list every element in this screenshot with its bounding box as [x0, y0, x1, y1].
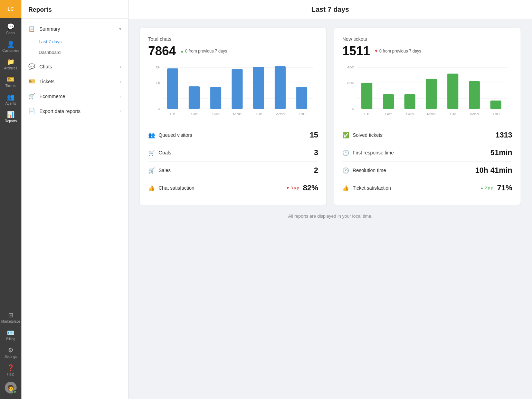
nav-item-tickets[interactable]: 🎫 Tickets — [0, 73, 21, 91]
nav-label-archives: Archives — [4, 66, 17, 70]
new-tickets-delta: ▼ 0 from previous 7 days — [374, 49, 421, 54]
summary-submenu: Last 7 days Dashboard — [21, 36, 128, 59]
nav-item-marketplace[interactable]: ⊞ Marketplace — [0, 308, 21, 326]
nav-item-settings[interactable]: ⚙ Settings — [0, 344, 21, 361]
nav-label-settings: Settings — [4, 355, 17, 359]
user-avatar[interactable]: 🧑 — [5, 382, 17, 393]
queued-visitors-value: 15 — [310, 131, 318, 140]
svg-text:Thu: Thu — [298, 112, 305, 116]
cards-row: Total chats 7864 ▲ 0 from previous 7 day… — [140, 28, 521, 205]
ticket-satisfaction-label: Ticket satisfaction — [353, 185, 480, 191]
nav-sidebar: LC 💬 Chats 👤 Customers 📁 Archives 🎫 Tick… — [0, 0, 21, 399]
stat-resolution-time: 🕐 Resolution time 10h 41min — [342, 162, 512, 179]
new-tickets-delta-arrow: ▼ — [374, 49, 378, 54]
footer-note: All reports are displayed in your local … — [140, 211, 521, 221]
svg-text:Fri: Fri — [170, 112, 175, 116]
nav-item-billing[interactable]: 🪪 Billing — [0, 326, 21, 344]
summary-icon: 📋 — [28, 26, 35, 32]
nav-item-help[interactable]: ❓ Help — [0, 361, 21, 379]
ticket-satisfaction-icon: 👍 — [342, 185, 349, 191]
svg-text:Wed: Wed — [276, 112, 285, 116]
new-tickets-value: 1511 — [342, 44, 370, 58]
new-tickets-chart: 400 200 0 Fri Sat — [342, 64, 512, 119]
sidebar-item-ecommerce[interactable]: 🛒 Ecommerce › — [21, 89, 128, 104]
chat-satisfaction-delta: ▼ 3 p.p. — [286, 186, 300, 190]
nav-item-reports[interactable]: 📊 Reports — [0, 108, 21, 126]
first-response-icon: 🕐 — [342, 150, 349, 156]
nav-label-billing: Billing — [6, 337, 16, 341]
new-tickets-svg: 400 200 0 Fri Sat — [342, 64, 512, 119]
nav-item-chats[interactable]: 💬 Chats — [0, 20, 21, 38]
app-logo[interactable]: LC — [0, 0, 21, 18]
total-chats-title: Total chats — [148, 36, 318, 42]
export-menu-icon: 📄 — [28, 108, 35, 114]
help-icon: ❓ — [7, 365, 15, 371]
ticket-satisfaction-delta: ▲ 2 p.p. — [480, 186, 494, 190]
tickets-menu-icon: 🎫 — [28, 78, 35, 85]
total-chats-chart: 2k 1k 0 Fri Sat — [148, 64, 318, 119]
marketplace-icon: ⊞ — [8, 312, 13, 318]
sidebar-title: Reports — [21, 0, 128, 19]
bar-sat-total — [189, 86, 200, 109]
nav-item-customers[interactable]: 👤 Customers — [0, 38, 21, 55]
chats-chevron-right-icon: › — [120, 64, 121, 69]
nav-items-bottom: ⊞ Marketplace 🪪 Billing ⚙ Settings ❓ Hel… — [0, 308, 21, 399]
total-chats-delta: ▲ 0 from previous 7 days — [180, 49, 227, 54]
tickets-icon: 🎫 — [7, 76, 15, 83]
svg-text:Thu: Thu — [492, 112, 500, 116]
sidebar-item-chats[interactable]: 💬 Chats › — [21, 59, 128, 74]
submenu-dashboard[interactable]: Dashboard — [21, 47, 128, 58]
nav-label-marketplace: Marketplace — [1, 320, 20, 323]
bar-thu-total — [296, 87, 307, 109]
first-response-label: First response time — [353, 150, 490, 155]
solved-tickets-value: 1313 — [495, 131, 512, 140]
main-header: Last 7 days — [129, 0, 532, 19]
svg-text:Wed: Wed — [470, 112, 479, 116]
sales-value: 2 — [314, 166, 318, 175]
bar-mon-total — [232, 69, 243, 109]
svg-text:Tue: Tue — [255, 112, 263, 116]
svg-text:Sat: Sat — [385, 112, 392, 116]
nav-item-archives[interactable]: 📁 Archives — [0, 55, 21, 73]
solved-tickets-label: Solved tickets — [353, 132, 495, 138]
sidebar-item-tickets[interactable]: 🎫 Tickets › — [21, 74, 128, 89]
queued-visitors-label: Queued visitors — [159, 132, 310, 138]
total-chats-delta-text: 0 from previous 7 days — [185, 49, 227, 54]
solved-tickets-icon: ✅ — [342, 132, 349, 139]
online-indicator — [13, 390, 17, 393]
new-tickets-card: New tickets 1511 ▼ 0 from previous 7 day… — [334, 28, 521, 205]
tickets-menu-label: Tickets — [39, 79, 120, 84]
sidebar-item-export[interactable]: 📄 Export data reports › — [21, 104, 128, 118]
resolution-time-icon: 🕐 — [342, 167, 349, 174]
bar-sun-tickets — [404, 94, 415, 109]
summary-chevron-down-icon: ▾ — [119, 27, 121, 31]
stat-queued-visitors: 👥 Queued visitors 15 — [148, 126, 318, 144]
svg-text:Sat: Sat — [191, 112, 198, 116]
sidebar-menu: 📋 Summary ▾ Last 7 days Dashboard 💬 Chat… — [21, 19, 128, 121]
submenu-last7days[interactable]: Last 7 days — [21, 36, 128, 47]
bar-mon-tickets — [426, 79, 437, 109]
settings-icon: ⚙ — [8, 347, 13, 353]
export-menu-label: Export data reports — [39, 108, 120, 114]
chat-satisfaction-value: 82% — [303, 183, 318, 192]
svg-text:0: 0 — [352, 107, 354, 111]
stat-solved-tickets: ✅ Solved tickets 1313 — [342, 126, 512, 144]
bar-thu-tickets — [490, 101, 501, 109]
ecommerce-chevron-right-icon: › — [120, 94, 121, 99]
svg-text:0: 0 — [158, 107, 160, 111]
nav-label-tickets: Tickets — [5, 84, 16, 88]
svg-text:200: 200 — [347, 81, 354, 85]
goals-value: 3 — [314, 148, 318, 157]
bar-tue-total — [253, 67, 264, 109]
total-chats-delta-arrow: ▲ — [180, 49, 184, 54]
nav-label-reports: Reports — [4, 119, 17, 123]
new-tickets-stats: ✅ Solved tickets 1313 🕐 First response t… — [342, 125, 512, 197]
goals-label: Goals — [159, 150, 314, 155]
chats-menu-label: Chats — [39, 64, 120, 69]
nav-label-help: Help — [7, 372, 15, 376]
bar-wed-total — [275, 66, 286, 109]
bar-fri-total — [167, 68, 178, 109]
ticket-satisfaction-value: 71% — [497, 183, 512, 192]
sidebar-item-summary[interactable]: 📋 Summary ▾ — [21, 21, 128, 36]
nav-item-agents[interactable]: 👥 Agents — [0, 91, 21, 108]
